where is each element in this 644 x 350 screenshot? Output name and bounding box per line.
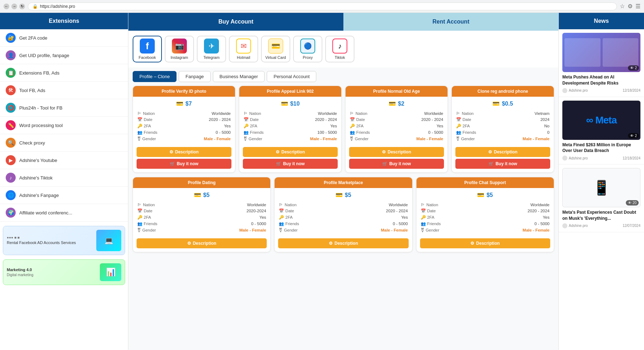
- card-4-date-row: 📅 Date 2024: [456, 116, 550, 123]
- sidebar-item-affiliate[interactable]: 🌍 Affiliate world conferenc...: [0, 204, 128, 222]
- sidebar-item-plus24h[interactable]: ⭕ Plus24h - Tool for FB: [0, 99, 128, 117]
- browser-toolbar: ← → ↻ 🔒 https://adshine.pro ☆ ⚙ ☰: [0, 0, 644, 13]
- card-3-header: Profile Normal Old Age: [346, 86, 448, 97]
- reload-button[interactable]: ↻: [19, 4, 25, 9]
- tab-personal-account[interactable]: Personal Account: [267, 71, 316, 82]
- sidebar-item-check-proxy[interactable]: 🔍 Check proxy: [0, 134, 128, 152]
- 2fa-icon-2: 🔑: [244, 123, 249, 128]
- card-5-description-button[interactable]: ⚙ Description: [137, 238, 267, 248]
- card-4-description-button[interactable]: ⚙ Description: [455, 147, 550, 157]
- card-7-price: 💳 $5: [416, 188, 554, 201]
- promo-banner-1[interactable]: ●●● ■ ■ Rental Facebook AD Accounts Serv…: [3, 226, 125, 255]
- gender-icon-4: ⚧: [456, 136, 460, 141]
- card-4-actions: ⚙ Description 🛒 Buy it now: [452, 145, 554, 172]
- card-4-price: 💳 $0.5: [452, 97, 554, 109]
- card-7-description-button[interactable]: ⚙ Description: [420, 238, 550, 248]
- sidebar-item-get-2fa[interactable]: 🔐 Get 2FA code: [0, 29, 128, 47]
- facebook-label: Facebook: [139, 55, 156, 60]
- flag-icon-2: 🏳: [244, 111, 248, 116]
- promo-2-text: Marketing 4.0: [7, 268, 97, 272]
- back-button[interactable]: ←: [4, 4, 9, 9]
- card-3-buy-button[interactable]: 🛒 Buy it now: [349, 159, 444, 169]
- tab-fanpage[interactable]: Fanpage: [179, 71, 210, 82]
- card-2-buy-button[interactable]: 🛒 Buy it now: [243, 159, 338, 169]
- platform-facebook[interactable]: f Facebook: [133, 36, 162, 62]
- flag-icon: 🏳: [137, 111, 142, 116]
- card-1-buy-button[interactable]: 🛒 Buy it now: [137, 159, 231, 169]
- card-2-price: 💳 $10: [239, 97, 341, 109]
- card-1-price: 💳 $7: [133, 97, 235, 109]
- url-bar[interactable]: 🔒 https://adshine.pro: [28, 2, 617, 10]
- calendar-icon: 📅: [137, 117, 142, 122]
- tab-header: Buy Account Rent Account: [128, 13, 558, 31]
- card-4-buy-button[interactable]: 🛒 Buy it now: [455, 159, 550, 169]
- card-1-actions: ⚙ Description 🛒 Buy it now: [133, 145, 235, 172]
- card-1-description-button[interactable]: ⚙ Description: [137, 147, 231, 157]
- settings-icon[interactable]: ⚙: [628, 3, 633, 10]
- news-3-date: 12/07/2024: [623, 224, 640, 228]
- cart-icon: 🛒: [170, 161, 175, 166]
- telegram-icon: ✈: [204, 39, 219, 54]
- news-article-3-title: Meta's Past Experiences Cast Doubt on Mu…: [562, 209, 640, 222]
- star-icon[interactable]: ☆: [620, 3, 625, 10]
- card-3-date-row: 📅 Date 2020 - 2024: [350, 116, 443, 123]
- platform-hotmail[interactable]: ✉ Hotmail: [229, 36, 258, 62]
- cards-grid-row2: Profile Dating 💳 $5 🏳 Nation Worldwide 📅…: [128, 177, 558, 257]
- tiktok-platform-icon: ♪: [332, 39, 347, 54]
- card-5-actions: ⚙ Description: [133, 236, 270, 252]
- news-article-2-image: ∞ Meta 👁 2: [562, 101, 640, 140]
- plus24h-label: Plus24h - Tool for FB: [19, 105, 62, 111]
- affiliate-label: Affiliate world conferenc...: [19, 210, 72, 215]
- card-1-price-icon: 💳: [176, 100, 183, 107]
- menu-icon[interactable]: ☰: [635, 3, 640, 10]
- card-6-description-button[interactable]: ⚙ Description: [278, 238, 408, 248]
- news-article-2[interactable]: ∞ Meta 👁 2 Meta Fined $263 Million in Eu…: [559, 97, 644, 165]
- get-uid-icon: 👤: [6, 50, 16, 60]
- tab-rent-account[interactable]: Rent Account: [343, 13, 558, 31]
- sidebar-item-get-uid[interactable]: 👤 Get UID profile, fanpage: [0, 47, 128, 64]
- news-1-date: 12/18/2024: [623, 88, 640, 92]
- card-1-date-row: 📅 Date 2020 - 2024: [137, 116, 231, 123]
- browser-actions: ☆ ⚙ ☰: [620, 3, 640, 10]
- card-2-description-button[interactable]: ⚙ Description: [243, 147, 338, 157]
- promo-2-image: 📊: [100, 263, 121, 281]
- sidebar-item-fanpage[interactable]: 🌐 Adshine's Fanpage: [0, 187, 128, 204]
- sidebar-item-youtube[interactable]: ▶ Adshine's Youtube: [0, 152, 128, 169]
- card-3-description-button[interactable]: ⚙ Description: [349, 147, 444, 157]
- platform-proxy[interactable]: 🔵 Proxy: [293, 36, 322, 62]
- news-article-1[interactable]: 👁 2 Meta Pushes Ahead on AI Development …: [559, 29, 644, 97]
- promo-banner-2[interactable]: Marketing 4.0 Digital marketing 📊: [3, 257, 125, 285]
- tab-business-manager[interactable]: Business Manager: [213, 71, 265, 82]
- news-1-img-right: [603, 38, 639, 67]
- platform-instagram[interactable]: 📷 Instagram: [165, 36, 194, 62]
- platform-telegram[interactable]: ✈ Telegram: [197, 36, 226, 62]
- browser-controls[interactable]: ← → ↻: [4, 4, 25, 9]
- tab-buy-account[interactable]: Buy Account: [128, 13, 343, 31]
- card-7-gender-row: ⚧ Gender Male - Female: [421, 227, 550, 233]
- calendar-icon-2: 📅: [244, 117, 249, 122]
- news-article-3[interactable]: 📱 👁 20 Meta's Past Experiences Cast Doub…: [559, 164, 644, 232]
- platform-virtual-card[interactable]: 💳 Virtual Card: [261, 36, 290, 62]
- forward-button[interactable]: →: [11, 4, 17, 9]
- friends-icon-3: 👥: [350, 130, 355, 135]
- tab-profile-clone[interactable]: Profile – Clone: [133, 71, 177, 82]
- sidebar-item-tool-fb-ads[interactable]: 🛠 Tool FB, Ads: [0, 82, 128, 99]
- sidebar-item-extensions-fb-ads[interactable]: 📋 Extensions FB, Ads: [0, 64, 128, 82]
- youtube-label: Adshine's Youtube: [19, 158, 57, 163]
- card-5-nation-row: 🏳 Nation Worldwide: [137, 202, 266, 208]
- gear-icon-2: ⚙: [276, 149, 280, 154]
- gender-icon-3: ⚧: [350, 136, 353, 141]
- card-6-date-row: 📅 Date 2020 - 2024: [279, 208, 408, 214]
- calendar-icon-5: 📅: [137, 208, 142, 213]
- cart-icon-2: 🛒: [276, 161, 281, 166]
- plus24h-icon: ⭕: [6, 103, 16, 113]
- sidebar-item-tiktok[interactable]: ♪ Adshine's Tiktok: [0, 169, 128, 187]
- news-1-img-left: [564, 38, 600, 67]
- news-2-source-icon: [562, 156, 567, 161]
- card-3-actions: ⚙ Description 🛒 Buy it now: [346, 145, 448, 172]
- platform-tiktok[interactable]: ♪ Tiktok: [325, 36, 354, 62]
- instagram-icon: 📷: [172, 39, 187, 54]
- card-4-price-icon: 💳: [492, 100, 500, 107]
- news-2-source: Adshine.pro: [562, 156, 588, 161]
- sidebar-item-word-processing[interactable]: ✏️ Word processing tool: [0, 117, 128, 134]
